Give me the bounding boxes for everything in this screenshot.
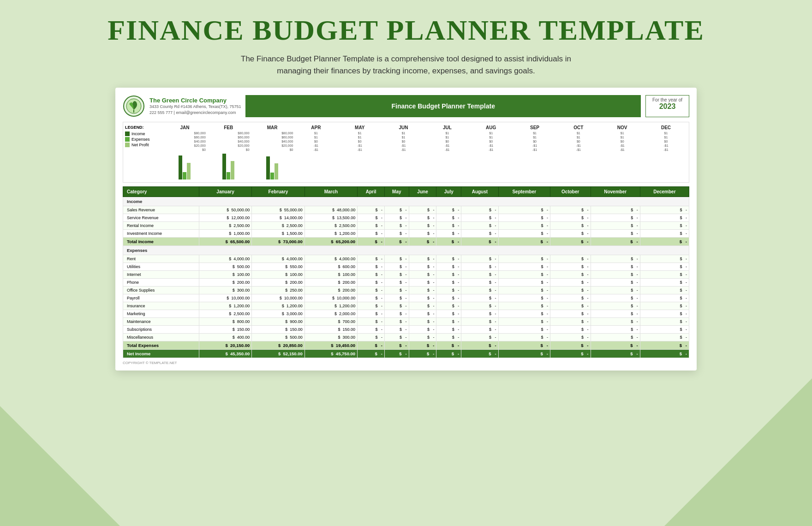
th-may: May (384, 187, 409, 197)
legend-net-profit-label: Net Profit (131, 143, 149, 147)
chart-nov: NOV $1$1$0-$1-$1 (601, 125, 643, 152)
chart-mar-bars (251, 152, 293, 179)
company-text: The Green Circle Company 3433 County Rd … (149, 97, 241, 115)
spreadsheet-container: The Green Circle Company 3433 County Rd … (115, 88, 697, 371)
bar-mar-profit (275, 163, 278, 179)
th-december: December (640, 187, 689, 197)
row-insurance: Insurance $ 1,200.00 $ 1,200.00 $ 1,200.… (123, 302, 689, 310)
row-utilities: Utilities $ 500.00 $ 550.00 $ 600.00 $ -… (123, 263, 689, 271)
company-contact: 222 555 777 | email@greencirclecompany.c… (149, 110, 241, 116)
row-payroll: Payroll $ 10,000.00 $ 10,000.00 $ 10,000… (123, 294, 689, 302)
chart-feb: FEB $80,000$60,000$40,000$20,000$0 (208, 125, 250, 179)
cat-service-revenue: Service Revenue (123, 214, 199, 222)
cat-phone: Phone (123, 279, 199, 287)
cat-insurance: Insurance (123, 302, 199, 310)
bar-feb-expense (227, 172, 230, 179)
bar-jan-expense (183, 172, 186, 179)
bar-jan-income (179, 155, 182, 179)
legend-income-label: Income (131, 132, 145, 136)
th-march: March (304, 187, 357, 197)
mini-charts-section: LEGEND: Income Expenses Net Profit JAN (123, 122, 689, 183)
chart-sep: SEP $1$1$0-$1-$1 (514, 125, 556, 152)
year-value: 2023 (652, 102, 682, 111)
bar-mar-income (266, 156, 270, 179)
cat-subscriptions: Subscriptions (123, 326, 199, 334)
legend-expenses-color (125, 137, 130, 142)
th-november: November (591, 187, 640, 197)
row-rental-income: Rental Income $ 2,500.00 $ 2,500.00 $ 2,… (123, 222, 689, 230)
cat-rental-income: Rental Income (123, 222, 199, 230)
chart-jul: JUL $1$1$0-$1-$1 (426, 125, 468, 152)
cat-marketing: Marketing (123, 310, 199, 318)
legend-income-color (125, 132, 130, 136)
page-wrapper: FINANCE BUDGET PLANNER TEMPLATE The Fina… (0, 0, 812, 526)
row-net-income: Net Income $ 45,350.00 $ 52,150.00 $ 45,… (123, 350, 689, 358)
chart-apr: APR $1$1$0-$1-$1 (295, 125, 337, 152)
cat-total-expenses: Total Expenses (123, 341, 199, 350)
sheet-header: The Green Circle Company 3433 County Rd … (123, 95, 689, 117)
chart-jan: JAN $80,000$60,000$40,000$20,000$0 (164, 125, 206, 179)
row-total-expenses: Total Expenses $ 20,150.00 $ 20,850.00 $… (123, 341, 689, 350)
th-october: October (550, 187, 591, 197)
year-box: For the year of 2023 (645, 95, 689, 117)
legend-net-profit: Net Profit (125, 143, 162, 147)
copyright-text: COPYRIGHT © TEMPLATE.NET (123, 361, 689, 365)
expenses-section-header: Expenses (123, 246, 689, 255)
legend-net-profit-color (125, 143, 130, 147)
page-subtitle: The Finance Budget Planner Template is a… (231, 53, 581, 77)
th-august: August (461, 187, 498, 197)
row-subscriptions: Subscriptions $ 150.00 $ 150.00 $ 150.00… (123, 326, 689, 334)
row-miscellaneous: Miscellaneous $ 400.00 $ 500.00 $ 300.00… (123, 334, 689, 341)
cat-utilities: Utilities (123, 263, 199, 271)
row-internet: Internet $ 100.00 $ 100.00 $ 100.00 $ - … (123, 271, 689, 279)
th-september: September (498, 187, 550, 197)
cat-office-supplies: Office Supplies (123, 287, 199, 294)
legend-box: LEGEND: Income Expenses Net Profit (125, 125, 162, 148)
th-april: April (358, 187, 385, 197)
row-maintenance: Maintenance $ 800.00 $ 900.00 $ 700.00 $… (123, 318, 689, 326)
legend-title: LEGEND: (125, 125, 162, 130)
company-info: The Green Circle Company 3433 County Rd … (123, 95, 241, 117)
chart-jan-bars (164, 152, 206, 179)
legend-expenses-label: Expenses (131, 137, 150, 142)
cat-miscellaneous: Miscellaneous (123, 334, 199, 341)
chart-may: MAY $1$1$0-$1-$1 (339, 125, 381, 152)
chart-aug: AUG $1$1$0-$1-$1 (470, 125, 512, 152)
cat-maintenance: Maintenance (123, 318, 199, 326)
row-office-supplies: Office Supplies $ 300.00 $ 250.00 $ 200.… (123, 287, 689, 294)
cat-total-income: Total Income (123, 238, 199, 246)
income-section-header: Income (123, 197, 689, 206)
page-title: FINANCE BUDGET PLANNER TEMPLATE (107, 14, 705, 47)
expenses-label: Expenses (123, 246, 689, 255)
th-january: January (199, 187, 251, 197)
row-investment-income: Investment Income $ 1,000.00 $ 1,500.00 … (123, 230, 689, 238)
table-header-row: Category January February March April Ma… (123, 187, 689, 197)
cat-sales-revenue: Sales Revenue (123, 206, 199, 214)
th-category: Category (123, 187, 199, 197)
company-name: The Green Circle Company (149, 97, 241, 104)
row-sales-revenue: Sales Revenue $ 50,000.00 $ 55,000.00 $ … (123, 206, 689, 214)
bar-feb-income (222, 154, 226, 179)
company-address: 3433 County Rd #1436 Athens, Texas(TX), … (149, 104, 241, 110)
cat-net-income: Net Income (123, 350, 199, 358)
chart-oct: OCT $1$1$0-$1-$1 (557, 125, 599, 152)
th-july: July (436, 187, 461, 197)
row-phone: Phone $ 200.00 $ 200.00 $ 200.00 $ - $ -… (123, 279, 689, 287)
th-june: June (409, 187, 436, 197)
legend-income: Income (125, 132, 162, 136)
row-service-revenue: Service Revenue $ 12,000.00 $ 14,000.00 … (123, 214, 689, 222)
chart-mar: MAR $80,000$60,000$40,000$20,000$0 (251, 125, 293, 179)
cat-investment-income: Investment Income (123, 230, 199, 238)
chart-jun: JUN $1$1$0-$1-$1 (382, 125, 424, 152)
bar-mar-expense (270, 173, 274, 179)
legend-expenses: Expenses (125, 137, 162, 142)
bar-feb-profit (231, 161, 234, 179)
bar-jan-profit (187, 163, 191, 179)
year-label: For the year of (652, 97, 682, 102)
income-label: Income (123, 197, 689, 206)
header-banner: Finance Budget Planner Template (245, 95, 641, 117)
th-february: February (252, 187, 304, 197)
row-total-income: Total Income $ 65,500.00 $ 73,000.00 $ 6… (123, 238, 689, 246)
cat-internet: Internet (123, 271, 199, 279)
row-rent: Rent $ 4,000.00 $ 4,000.00 $ 4,000.00 $ … (123, 255, 689, 263)
